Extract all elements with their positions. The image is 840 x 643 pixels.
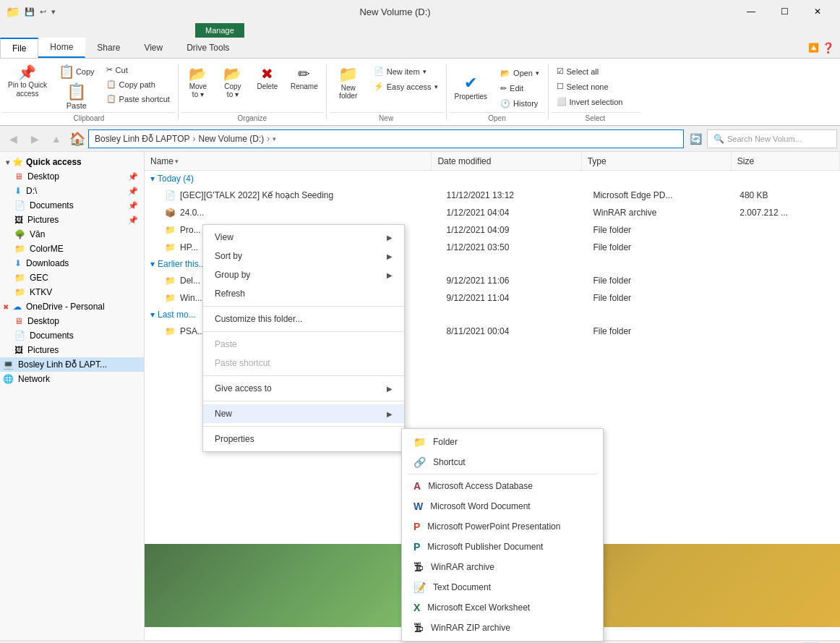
tab-drive-tools[interactable]: Drive Tools [175, 38, 241, 58]
ctx-customize[interactable]: Customize this folder... [203, 310, 404, 328]
column-header-date[interactable]: Date modified [432, 152, 581, 170]
submenu-arrow-icon: ▶ [387, 252, 393, 260]
gec-icon: 📁 [14, 273, 25, 283]
column-header-size[interactable]: Size [732, 152, 840, 170]
cut-button[interactable]: ✂ Cut [101, 63, 175, 77]
path-segment-root[interactable]: Bosley Linh Đỗ LAPTOP [95, 134, 190, 144]
pin-to-quick-access-button[interactable]: 📌 Pin to Quickaccess [3, 61, 52, 102]
sidebar-item-d-drive[interactable]: ⬇ D:\ 📌 [0, 184, 144, 198]
forward-button[interactable]: ▶ [25, 129, 45, 149]
edit-button[interactable]: ✏ Edit [495, 82, 544, 95]
move-to-button[interactable]: 📂 Moveto ▾ [181, 63, 215, 102]
copy-to-button[interactable]: 📂 Copyto ▾ [216, 63, 249, 102]
sidebar-item-desktop[interactable]: 🖥 Desktop 📌 [0, 169, 144, 184]
pictures2-icon: 🖼 [14, 345, 23, 355]
ctx-paste-label: Paste [215, 339, 237, 349]
sidebar-item-pictures2[interactable]: 🖼 Pictures [0, 343, 144, 357]
submenu-winrar[interactable]: 🗜 WinRAR archive [402, 557, 603, 577]
minimize-button[interactable]: — [734, 0, 768, 23]
title-bar-left: 📁 💾 ↩ ▾ [6, 5, 56, 19]
column-header-type[interactable]: Type [582, 152, 732, 170]
sidebar-item-quick-access[interactable]: ▾ ⭐ Quick access [0, 155, 144, 169]
file-icon: 📁 [165, 225, 176, 235]
submenu-shortcut[interactable]: 🔗 Shortcut [402, 452, 603, 472]
sidebar-item-downloads[interactable]: ⬇ Downloads [0, 256, 144, 271]
copy-path-button[interactable]: 📋 Copy path [101, 77, 175, 91]
ctx-refresh[interactable]: Refresh [203, 284, 404, 303]
group-collapse-icon: ▾ [150, 310, 155, 320]
maximize-button[interactable]: ☐ [768, 0, 801, 23]
refresh-button[interactable]: 🔄 [685, 129, 706, 149]
save-icon[interactable]: 💾 [25, 7, 35, 16]
sidebar-item-ktkv[interactable]: 📁 KTKV [0, 285, 144, 299]
text-icon: 📝 [413, 582, 426, 593]
ctx-view[interactable]: View ▶ [203, 228, 404, 247]
open-button[interactable]: 📂 Open ▾ [495, 67, 544, 80]
sidebar-item-documents[interactable]: 📄 Documents 📌 [0, 198, 144, 213]
sidebar-item-gec[interactable]: 📁 GEC [0, 271, 144, 285]
sidebar-item-colorme[interactable]: 📁 ColorME [0, 242, 144, 256]
submenu-winrar-zip[interactable]: 🗜 WinRAR ZIP archive [402, 618, 603, 638]
close-button[interactable]: ✕ [801, 0, 834, 23]
quick-access-icon: ⭐ [12, 157, 23, 167]
easy-access-button[interactable]: ⚡ Easy access ▾ [369, 80, 443, 93]
select-all-button[interactable]: ☑ Select all [552, 64, 640, 78]
collapse-ribbon-icon[interactable]: 🔼 [808, 43, 819, 53]
tab-file[interactable]: File [0, 38, 38, 58]
sidebar-item-pictures[interactable]: 🖼 Pictures 📌 [0, 213, 144, 227]
open-label: Open [450, 112, 545, 122]
ctx-sort-by[interactable]: Sort by ▶ [203, 247, 404, 265]
path-segment-drive[interactable]: New Volume (D:) [199, 134, 265, 144]
tab-home[interactable]: Home [38, 38, 85, 58]
sidebar-item-documents2[interactable]: 📄 Documents [0, 328, 144, 343]
history-button[interactable]: 🕐 History [495, 97, 544, 111]
search-box[interactable]: 🔍 Search New Volum... [707, 129, 837, 148]
undo-icon[interactable]: ↩ [40, 7, 46, 16]
table-row[interactable]: 📄 [GEC][G'TALK 2022] Kế hoạch Seeding 11… [145, 187, 840, 204]
ctx-properties[interactable]: Properties [203, 430, 404, 448]
ctx-group-by[interactable]: Group by ▶ [203, 265, 404, 284]
ctx-paste-shortcut[interactable]: Paste shortcut [203, 354, 404, 372]
back-button[interactable]: ◀ [3, 129, 23, 149]
documents-icon: 📄 [14, 200, 25, 210]
invert-selection-button[interactable]: ⬜ Invert selection [552, 95, 640, 108]
properties-button[interactable]: ✔ Properties [450, 72, 493, 104]
ctx-new[interactable]: New ▶ [203, 404, 404, 423]
sidebar-item-laptop[interactable]: 💻 Bosley Linh Đỗ LAPT... [0, 357, 144, 372]
sidebar-item-desktop2[interactable]: 🖥 Desktop [0, 314, 144, 328]
select-none-icon: ☐ [557, 82, 564, 91]
copy-button[interactable]: 📋 Copy [53, 61, 100, 82]
column-header-name[interactable]: Name ▾ [145, 152, 432, 170]
sidebar-item-network[interactable]: 🌐 Network [0, 372, 144, 386]
delete-button[interactable]: ✖ Delete [251, 63, 284, 94]
help-icon[interactable]: ❓ [822, 42, 834, 54]
tab-share[interactable]: Share [85, 38, 132, 58]
drive-icon: ⬇ [14, 186, 22, 196]
submenu-word-doc[interactable]: W Microsoft Word Document [402, 496, 603, 516]
ctx-paste[interactable]: Paste [203, 335, 404, 354]
submenu-publisher[interactable]: P Microsoft Publisher Document [402, 537, 603, 557]
new-item-button[interactable]: 📄 New item ▾ [369, 64, 443, 78]
submenu-access-db[interactable]: A Microsoft Access Database [402, 476, 603, 496]
submenu-folder[interactable]: 📁 Folder [402, 432, 603, 452]
paste-shortcut-button[interactable]: 📋 Paste shortcut [101, 92, 175, 106]
tab-view[interactable]: View [132, 38, 175, 58]
select-none-button[interactable]: ☐ Select none [552, 80, 640, 93]
up-button[interactable]: ▲ [46, 129, 67, 149]
paste-button[interactable]: 📋 Paste [53, 82, 100, 112]
sidebar-item-van[interactable]: 🌳 Văn [0, 227, 144, 242]
submenu-excel[interactable]: X Microsoft Excel Worksheet [402, 597, 603, 618]
ctx-give-access[interactable]: Give access to ▶ [203, 379, 404, 398]
group-today[interactable]: ▾ Today (4) [145, 171, 840, 187]
submenu-text-doc[interactable]: 📝 Text Document [402, 577, 603, 597]
rename-button[interactable]: ✏ Rename [286, 63, 323, 94]
address-path[interactable]: Bosley Linh Đỗ LAPTOP › New Volume (D:) … [88, 129, 684, 148]
ktkv-icon: 📁 [14, 287, 25, 297]
invert-icon: ⬜ [557, 97, 567, 106]
new-folder-button[interactable]: 📁 Newfolder [330, 63, 367, 103]
table-row[interactable]: 📦 24.0... 1/12/2021 04:04 WinRAR archive… [145, 204, 840, 221]
window-controls: — ☐ ✕ [734, 0, 834, 23]
tab-manage[interactable]: Manage [195, 23, 244, 38]
submenu-powerpoint[interactable]: P Microsoft PowerPoint Presentation [402, 516, 603, 537]
sidebar-item-onedrive[interactable]: ✖ ☁ OneDrive - Personal [0, 299, 144, 314]
